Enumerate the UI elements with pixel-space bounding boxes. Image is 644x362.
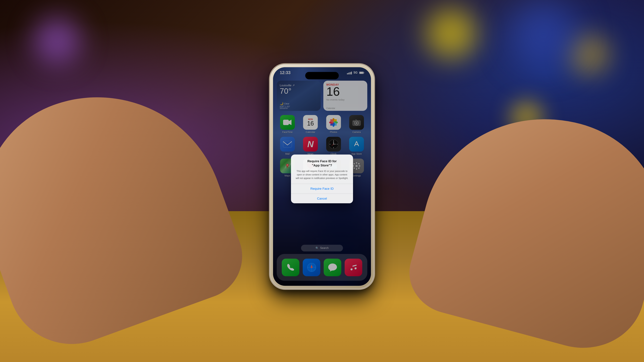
- alert-title: Require Face ID for"App Store"?: [295, 159, 349, 167]
- alert-message: This app will require Face ID or your pa…: [295, 169, 349, 180]
- alert-content: Require Face ID for"App Store"? This app…: [291, 155, 353, 180]
- require-faceid-button[interactable]: Require Face ID: [291, 184, 353, 194]
- phone-body: 12:33 5G: [270, 64, 374, 289]
- bokeh-orb: [510, 0, 577, 67]
- cancel-button[interactable]: Cancel: [291, 194, 353, 203]
- alert-dialog: Require Face ID for"App Store"? This app…: [291, 155, 353, 203]
- bokeh-orb: [34, 17, 80, 64]
- bokeh-orb: [426, 8, 476, 59]
- phone: 12:33 5G: [270, 64, 374, 289]
- phone-screen: 12:33 5G: [273, 67, 371, 286]
